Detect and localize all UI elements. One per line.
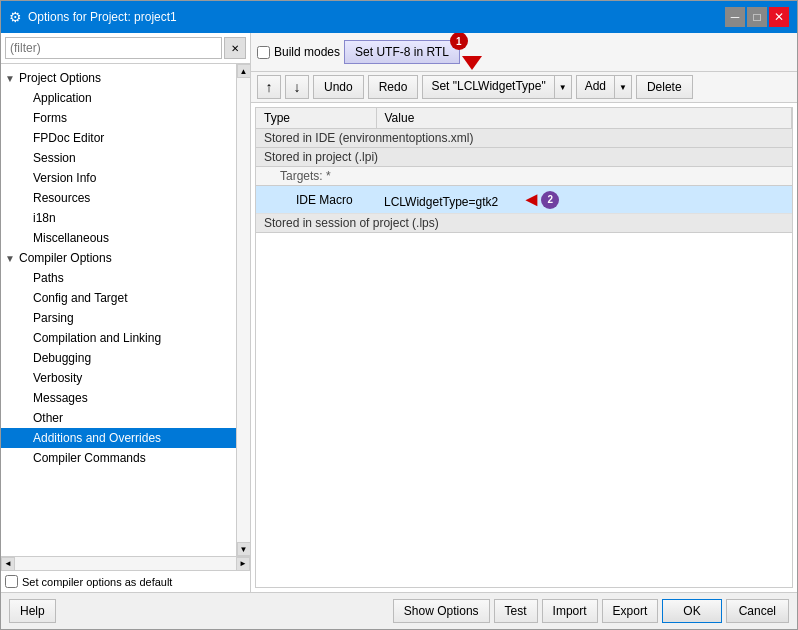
set-utf8-button[interactable]: Set UTF-8 in RTL <box>344 40 460 64</box>
section-stored-project: Stored in project (.lpi) <box>256 148 792 167</box>
sidebar-item-compilation-linking[interactable]: Compilation and Linking <box>1 328 236 348</box>
section-stored-session-label: Stored in session of project (.lps) <box>256 214 792 233</box>
sidebar-horizontal-scrollbar[interactable]: ◄ ► <box>1 556 250 570</box>
sidebar-item-label: Verbosity <box>33 371 82 385</box>
sidebar-item-parsing[interactable]: Parsing <box>1 308 236 328</box>
sidebar-item-version-info[interactable]: Version Info <box>1 168 236 188</box>
sidebar-item-application[interactable]: Application <box>1 88 236 108</box>
cancel-button[interactable]: Cancel <box>726 599 789 623</box>
set-utf8-container: Set UTF-8 in RTL 1 <box>344 40 460 64</box>
main-panel: Build modes Set UTF-8 in RTL 1 ↑ ↓ Undo … <box>251 33 797 592</box>
ide-macro-value-text: LCLWidgetType=gtk2 <box>384 195 498 209</box>
test-button[interactable]: Test <box>494 599 538 623</box>
set-compiler-default-row: Set compiler options as default <box>5 575 246 588</box>
ide-macro-row[interactable]: IDE Macro LCLWidgetType=gtk2 ◄ 2 <box>256 186 792 214</box>
ide-macro-value: LCLWidgetType=gtk2 ◄ 2 <box>376 186 792 214</box>
sidebar-item-config-target[interactable]: Config and Target <box>1 288 236 308</box>
minimize-button[interactable]: ─ <box>725 7 745 27</box>
sidebar-item-fpdoc-editor[interactable]: FPDoc Editor <box>1 128 236 148</box>
step1-down-arrow <box>462 56 482 70</box>
sidebar-item-miscellaneous[interactable]: Miscellaneous <box>1 228 236 248</box>
ok-button[interactable]: OK <box>662 599 721 623</box>
set-lclwidgettype-dropdown[interactable]: Set "LCLWidgetType" ▼ <box>422 75 571 99</box>
window-icon: ⚙ <box>9 9 22 25</box>
sidebar-vertical-scrollbar[interactable]: ▲ ▼ <box>236 64 250 556</box>
scroll-track <box>237 78 250 542</box>
sidebar-item-verbosity[interactable]: Verbosity <box>1 368 236 388</box>
sidebar-item-label: Config and Target <box>33 291 128 305</box>
sidebar-item-label: Version Info <box>33 171 96 185</box>
show-options-button[interactable]: Show Options <box>393 599 490 623</box>
sidebar-item-messages[interactable]: Messages <box>1 388 236 408</box>
add-label[interactable]: Add <box>577 76 614 98</box>
add-dropdown-arrow[interactable]: ▼ <box>614 76 631 98</box>
build-modes-checkbox-row: Build modes <box>257 45 340 59</box>
sidebar-item-additions-overrides[interactable]: Additions and Overrides <box>1 428 236 448</box>
expand-icon: ▼ <box>5 73 17 84</box>
sidebar-item-i18n[interactable]: i18n <box>1 208 236 228</box>
set-compiler-default-checkbox[interactable] <box>5 575 18 588</box>
filter-clear-button[interactable]: ✕ <box>224 37 246 59</box>
sidebar-item-label: Additions and Overrides <box>33 431 161 445</box>
content-area: ✕ ▼ Project Options Application Forms <box>1 33 797 592</box>
step2-badge: 2 <box>541 191 559 209</box>
delete-button[interactable]: Delete <box>636 75 693 99</box>
sidebar-item-compiler-options[interactable]: ▼ Compiler Options <box>1 248 236 268</box>
scroll-left-arrow[interactable]: ◄ <box>1 557 15 571</box>
section-stored-ide: Stored in IDE (environmentoptions.xml) <box>256 129 792 148</box>
step1-arrow-indicator <box>460 53 482 67</box>
col-type-header: Type <box>256 108 376 129</box>
sidebar-item-project-options[interactable]: ▼ Project Options <box>1 68 236 88</box>
redo-button[interactable]: Redo <box>368 75 419 99</box>
sidebar-item-label: i18n <box>33 211 56 225</box>
add-dropdown[interactable]: Add ▼ <box>576 75 632 99</box>
sidebar-item-label: Miscellaneous <box>33 231 109 245</box>
build-modes-checkbox[interactable] <box>257 46 270 59</box>
targets-header: Targets: * <box>256 167 792 186</box>
set-compiler-default-label: Set compiler options as default <box>22 576 172 588</box>
sidebar-item-label: Application <box>33 91 92 105</box>
scroll-down-arrow[interactable]: ▼ <box>237 542 251 556</box>
toolbar-row2: ↑ ↓ Undo Redo Set "LCLWidgetType" ▼ Add … <box>251 72 797 103</box>
sidebar-item-label: Debugging <box>33 351 91 365</box>
sidebar-item-label: FPDoc Editor <box>33 131 104 145</box>
sidebar-item-label: Compilation and Linking <box>33 331 161 345</box>
sidebar-item-session[interactable]: Session <box>1 148 236 168</box>
maximize-button[interactable]: □ <box>747 7 767 27</box>
options-table: Type Value Stored in IDE (environmentopt… <box>256 108 792 233</box>
sidebar-item-label: Compiler Commands <box>33 451 146 465</box>
sidebar-item-other[interactable]: Other <box>1 408 236 428</box>
title-bar: ⚙ Options for Project: project1 ─ □ ✕ <box>1 1 797 33</box>
sidebar-item-label: Session <box>33 151 76 165</box>
step2-indicator: ◄ 2 <box>522 188 560 211</box>
export-button[interactable]: Export <box>602 599 659 623</box>
sidebar-item-label: Parsing <box>33 311 74 325</box>
window-title: Options for Project: project1 <box>28 10 177 24</box>
targets-label: Targets: * <box>256 167 792 186</box>
sidebar-item-paths[interactable]: Paths <box>1 268 236 288</box>
bottom-bar: Help Show Options Test Import Export OK … <box>1 592 797 629</box>
table-area: Type Value Stored in IDE (environmentopt… <box>255 107 793 588</box>
set-lclwidgettype-dropdown-arrow[interactable]: ▼ <box>554 76 571 98</box>
import-button[interactable]: Import <box>542 599 598 623</box>
sidebar-item-label: Other <box>33 411 63 425</box>
undo-button[interactable]: Undo <box>313 75 364 99</box>
help-button[interactable]: Help <box>9 599 56 623</box>
close-button[interactable]: ✕ <box>769 7 789 27</box>
sidebar-item-label: Messages <box>33 391 88 405</box>
move-down-button[interactable]: ↓ <box>285 75 309 99</box>
sidebar-item-resources[interactable]: Resources <box>1 188 236 208</box>
move-up-button[interactable]: ↑ <box>257 75 281 99</box>
scroll-up-arrow[interactable]: ▲ <box>237 64 251 78</box>
set-lclwidgettype-label[interactable]: Set "LCLWidgetType" <box>423 76 553 98</box>
sidebar-item-compiler-commands[interactable]: Compiler Commands <box>1 448 236 468</box>
toolbar-row1: Build modes Set UTF-8 in RTL 1 <box>251 33 797 72</box>
filter-input[interactable] <box>5 37 222 59</box>
sidebar-item-debugging[interactable]: Debugging <box>1 348 236 368</box>
left-arrow-icon: ◄ <box>522 188 542 211</box>
sidebar-item-forms[interactable]: Forms <box>1 108 236 128</box>
sidebar-bottom: Set compiler options as default <box>1 570 250 592</box>
bottom-right-buttons: Show Options Test Import Export OK Cance… <box>393 599 789 623</box>
scroll-right-arrow[interactable]: ► <box>236 557 250 571</box>
main-window: ⚙ Options for Project: project1 ─ □ ✕ ✕ <box>0 0 798 630</box>
